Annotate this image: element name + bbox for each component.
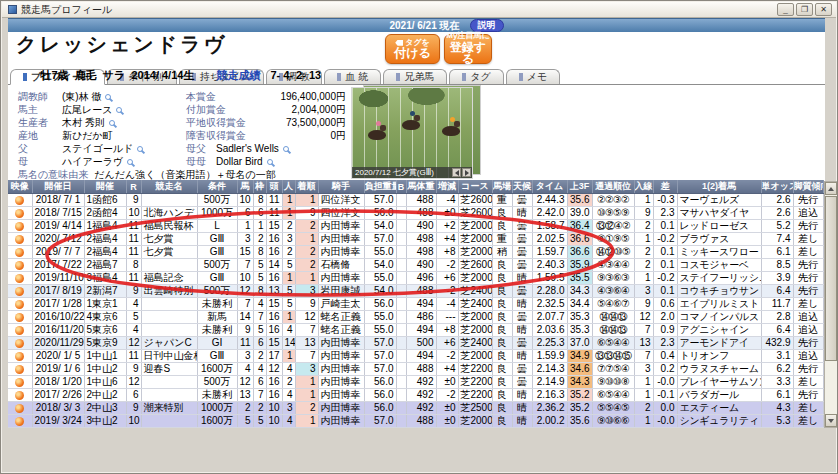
video-icon[interactable] [15,365,24,374]
video-icon[interactable] [15,287,24,296]
magnifier-icon[interactable] [137,146,143,152]
magnifier-icon[interactable] [105,94,111,100]
video-icon[interactable] [15,222,24,231]
scroll-thumb[interactable] [825,196,837,361]
column-header[interactable]: 通過順位 [592,180,634,194]
column-header[interactable]: 馬 [237,180,253,194]
column-header[interactable]: 馬体重 [406,180,436,194]
race-row[interactable]: 2019/ 7/ 72福島411七夕賞GⅢ1581622内田博幸55.0498+… [8,246,823,259]
video-icon[interactable] [15,326,24,335]
column-header[interactable]: 着順 [295,180,318,194]
cell-上3F: 36.6 [567,246,592,259]
race-row[interactable]: 2017/ 8/192新潟79出雲崎特別500万1281353岩田康誠54.04… [8,285,823,298]
column-header[interactable]: 条件 [197,180,237,194]
cell-馬場: 良 [492,285,512,298]
column-header[interactable]: 映像 [8,180,32,194]
cell-着順: 2 [295,259,318,272]
video-icon[interactable] [15,274,24,283]
column-header[interactable]: R [126,180,141,194]
cell-馬体重: 494 [406,324,436,337]
column-header[interactable]: コース [458,180,492,194]
race-row[interactable]: 2017/ 2/262中山26未勝利1371641内田博幸56.0492-2芝2… [8,389,823,402]
race-row[interactable]: 2017/ 1/281東京14未勝利741559戸崎圭太56.0494-4芝24… [8,298,823,311]
cell-馬体重: 488 [406,363,436,376]
cell-通過順位: ⑥⑤④④ [592,389,634,402]
video-icon[interactable] [15,417,24,426]
column-header[interactable]: 枠 [253,180,266,194]
cell-映像 [8,272,32,285]
help-badge[interactable]: 説明 [470,19,504,32]
cell-増減: +2 [436,220,458,233]
column-header[interactable]: 人 [282,180,295,194]
video-icon[interactable] [15,378,24,387]
cell-映像 [8,337,32,350]
column-header[interactable]: 騎手 [318,180,364,194]
video-icon[interactable] [15,248,24,257]
register-attention-button[interactable]: My注目馬に 登録する [444,34,492,64]
column-header[interactable]: 開催 [84,180,126,194]
scroll-down-button[interactable] [825,414,837,427]
video-icon[interactable] [15,352,24,361]
race-row[interactable]: 2018/ 7/ 11函館69500万1081111四位洋文57.0488-4芝… [8,194,823,207]
race-row[interactable]: 2018/ 3/ 32中山39潮来特別1000万221032内田博幸56.049… [8,402,823,415]
photo-next-button[interactable] [462,168,471,177]
cell-1(2)着馬: レッドローゼス [677,220,761,233]
minimize-button[interactable]: _ [777,3,794,16]
column-header[interactable]: 負担重量 [364,180,396,194]
video-icon[interactable] [15,404,24,413]
cell-B [396,324,406,337]
magnifier-icon[interactable] [267,159,273,165]
column-header[interactable]: 馬場 [492,180,512,194]
race-row[interactable]: 2019/ 1/ 61中山29迎春S1600万441243内田博幸57.0488… [8,363,823,376]
video-icon[interactable] [15,313,24,322]
magnifier-icon[interactable] [116,107,122,113]
column-header[interactable]: 開催日 [32,180,84,194]
race-row[interactable]: 2020/ 7/122福島411七夕賞GⅢ321631内田博幸57.0498+4… [8,233,823,246]
race-row[interactable]: 2016/10/224東京65新馬14716112蛯名正義55.0486---芝… [8,311,823,324]
photo-prev-button[interactable] [452,168,461,177]
close-button[interactable]: ✕ [815,3,832,16]
column-header[interactable]: 増減 [436,180,458,194]
race-row[interactable]: 2020/ 1/ 51中山111日刊中山金杯GⅢ321717内田博幸57.049… [8,350,823,363]
video-icon[interactable] [15,339,24,348]
race-row[interactable]: 2016/11/205東京64未勝利951647蛯名正義55.0494+8芝20… [8,324,823,337]
column-header[interactable]: 1(2)着馬 [677,180,761,194]
race-row[interactable]: 2019/11/103福島411福島記念GⅢ1051611内田博幸55.0496… [8,272,823,285]
maximize-button[interactable]: ❐ [796,3,813,16]
video-icon[interactable] [15,209,24,218]
magnifier-icon[interactable] [283,146,289,152]
race-row[interactable]: 2018/ 7/152函館410北海ハンデ1000万661119四位洋文56.0… [8,207,823,220]
video-icon[interactable] [15,300,24,309]
video-icon[interactable] [15,261,24,270]
race-row[interactable]: 2019/ 3/243中山2101600万551041内田博幸57.0488±0… [8,415,823,428]
column-header[interactable]: 脚質傾向 [793,180,823,194]
scroll-up-button[interactable] [825,182,837,195]
race-row[interactable]: 2018/ 1/201中山612500万1261621内田博幸56.0492±0… [8,376,823,389]
race-row[interactable]: 2020/11/295東京912ジャパンCGⅠ116151413内田博幸57.0… [8,337,823,350]
race-photo[interactable]: 2020/7/12 七夕賞(GⅢ) [351,87,473,179]
column-header[interactable]: 競走名 [141,180,197,194]
column-header[interactable]: 差 [653,180,677,194]
video-icon[interactable] [15,391,24,400]
column-header[interactable]: B [396,180,406,194]
cell-差: -0.2 [653,233,677,246]
cell-着順: 1 [295,415,318,428]
magnifier-icon[interactable] [127,159,133,165]
column-header[interactable]: 上3F [567,180,592,194]
magnifier-icon[interactable] [109,120,115,126]
cell-入線: 1 [634,233,653,246]
cell-映像 [8,389,32,402]
column-header[interactable]: 単オッズ [761,180,793,194]
add-tag-button[interactable]: タグを 付ける [385,34,440,64]
video-icon[interactable] [15,235,24,244]
column-header[interactable]: 入線 [634,180,653,194]
cell-枠: 6 [253,207,266,220]
race-row[interactable]: 2019/ 4/141福島411福島民報杯L111522内田博幸54.0490+… [8,220,823,233]
column-header[interactable]: 頭 [266,180,282,194]
column-header[interactable]: 天候 [512,180,532,194]
video-icon[interactable] [15,196,24,205]
column-header[interactable]: タイム [532,180,567,194]
cell-馬: 3 [237,233,253,246]
race-row[interactable]: 2017/ 7/222福島78500万751452石橋脩54.0490-2芝26… [8,259,823,272]
vertical-scrollbar[interactable] [824,181,838,428]
